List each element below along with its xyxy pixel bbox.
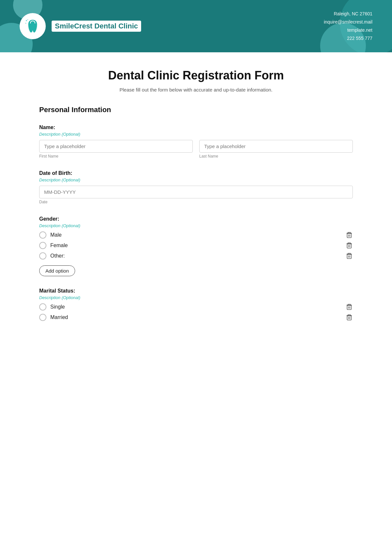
delete-female-button[interactable] (346, 242, 353, 249)
delete-married-button[interactable] (346, 314, 353, 321)
header-website: template.net (324, 26, 372, 34)
gender-option-female: Female (39, 242, 353, 249)
radio-male-label: Male (50, 232, 62, 238)
dob-input[interactable] (39, 186, 353, 198)
dob-input-row: Date (39, 186, 353, 204)
svg-point-1 (26, 20, 27, 21)
last-name-wrapper: Last Name (199, 140, 353, 159)
name-input-row: First Name Last Name (39, 140, 353, 159)
last-name-sub-label: Last Name (199, 154, 353, 159)
header-address: Raleigh, NC 27601 (324, 10, 372, 18)
radio-female-label: Female (50, 243, 68, 248)
svg-rect-9 (347, 244, 351, 248)
first-name-input[interactable] (39, 140, 193, 153)
radio-other-circle[interactable] (39, 252, 46, 260)
field-marital-status-description: Description (Optional) (39, 295, 353, 300)
field-marital-status: Marital Status: Description (Optional) S… (39, 288, 353, 321)
field-marital-status-label: Marital Status: (39, 288, 353, 294)
delete-male-button[interactable] (346, 231, 353, 239)
form-title: Dental Clinic Registration Form (39, 69, 353, 82)
gender-option-other: Other: (39, 252, 353, 260)
clinic-name-label: SmileCrest Dental Clinic (52, 21, 141, 32)
delete-other-button[interactable] (346, 252, 353, 260)
section-personal-info-title: Personal Information (39, 106, 353, 115)
radio-female-circle[interactable] (39, 242, 46, 249)
svg-rect-21 (347, 316, 351, 320)
header-phone: 222 555 777 (324, 34, 372, 42)
marital-option-married: Married (39, 314, 353, 321)
svg-rect-17 (347, 305, 351, 310)
page-header: SmileCrest Dental Clinic Raleigh, NC 276… (0, 0, 392, 52)
radio-married-label: Married (50, 314, 68, 320)
field-name-description: Description (Optional) (39, 132, 353, 137)
last-name-input[interactable] (199, 140, 353, 153)
svg-point-3 (27, 19, 28, 20)
field-dob: Date of Birth: Description (Optional) Da… (39, 170, 353, 204)
field-gender-label: Gender: (39, 216, 353, 222)
field-name: Name: Description (Optional) First Name … (39, 125, 353, 159)
main-content: Dental Clinic Registration Form Please f… (0, 52, 392, 352)
dob-wrapper: Date (39, 186, 353, 204)
gender-option-male: Male (39, 231, 353, 239)
marital-option-single: Single (39, 303, 353, 311)
add-gender-option-button[interactable]: Add option (39, 265, 75, 276)
field-dob-label: Date of Birth: (39, 170, 353, 176)
field-name-label: Name: (39, 125, 353, 130)
delete-single-button[interactable] (346, 303, 353, 311)
header-contact: Raleigh, NC 27601 inquire@smilecrest.mai… (324, 10, 372, 43)
field-dob-description: Description (Optional) (39, 177, 353, 182)
field-gender-description: Description (Optional) (39, 223, 353, 228)
svg-point-2 (25, 23, 26, 24)
logo-circle (20, 13, 46, 39)
form-subtitle: Please fill out the form below with accu… (39, 87, 353, 93)
radio-male-circle[interactable] (39, 231, 46, 239)
dob-sub-label: Date (39, 200, 353, 204)
radio-married-circle[interactable] (39, 314, 46, 321)
radio-single-label: Single (50, 304, 65, 310)
header-logo-area: SmileCrest Dental Clinic (20, 13, 141, 39)
radio-single-circle[interactable] (39, 303, 46, 311)
svg-rect-5 (347, 233, 351, 238)
first-name-wrapper: First Name (39, 140, 193, 159)
header-email: inquire@smilecrest.mail (324, 18, 372, 26)
svg-rect-13 (347, 254, 351, 259)
radio-other-label: Other: (50, 253, 65, 259)
first-name-sub-label: First Name (39, 154, 193, 159)
field-gender: Gender: Description (Optional) Male F (39, 216, 353, 276)
logo-svg (24, 17, 41, 35)
